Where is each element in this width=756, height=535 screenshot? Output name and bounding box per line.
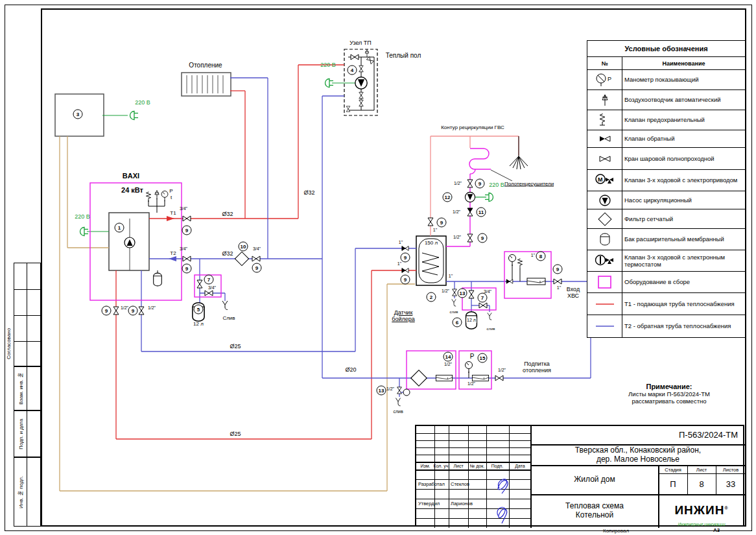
legend-row-name: Клапан 3-х ходовой с электронным термост… (622, 250, 745, 271)
legend-row: Т1 - подающая труба теплоснабжения (587, 293, 745, 315)
legend-col-num: № (587, 57, 622, 69)
check-valve-icon (506, 279, 513, 283)
t1-pipes (116, 65, 416, 439)
ball-valve-icon (113, 307, 119, 315)
ball-valve-icon (428, 218, 433, 226)
legend-title: Условные обозначения (587, 41, 745, 57)
note-title: Примечание: (597, 383, 742, 390)
legend-row-name: Насос циркуляционный (622, 191, 745, 209)
legend-row: Кран шаровой полнопроходной (587, 148, 745, 170)
power-plug-icon (130, 112, 139, 120)
check-valve-icon (467, 208, 473, 216)
legend-row-name: Фильтр сетчатый (622, 209, 745, 228)
radiator (182, 73, 231, 96)
tb-col: Лист (453, 464, 463, 468)
legend-row: МКлапан 3-х ходовой с электроприводом (587, 170, 745, 191)
gauge-icon (161, 191, 168, 201)
ball-valve-icon (183, 256, 191, 261)
expansion-tank-icon (193, 303, 204, 322)
tb-location: Тверская обл., Конаковский район, дер. М… (534, 446, 742, 464)
inline-filter-icon (436, 375, 452, 381)
tank-icon (587, 229, 622, 250)
logo-text: ИНЖИН (674, 503, 724, 517)
tb-list-col: Лист (696, 467, 707, 473)
ball-icon (403, 389, 410, 396)
legend-row-name: Клапан обратный (622, 130, 745, 147)
ball-valve-icon (467, 180, 473, 187)
inline-filter-icon (527, 278, 545, 285)
logo-reg: ® (724, 506, 728, 510)
legend-row: Т2 - обратная труба теплоснабжения (587, 315, 745, 337)
strainer-icon (235, 252, 248, 265)
t1-line-icon (587, 293, 622, 315)
svg-text:М: М (598, 176, 603, 183)
ball-valve-icon (495, 375, 503, 381)
legend-row-name: Бак расширительный мембранный (622, 229, 745, 250)
threeway-motor-icon: М (587, 170, 622, 191)
legend-row: Оборудование в сборе (587, 272, 745, 293)
drain-icon (452, 299, 456, 306)
drawing-sheet: ОтоплениеУзел ТПТеплый полКонтур рецирку… (0, 0, 756, 535)
safety-valve-icon (146, 192, 150, 202)
ball-valve-icon (554, 279, 561, 284)
legend-col-name: Наименование (622, 57, 745, 69)
legend-table: Условные обозначения № Наименование РМан… (587, 40, 746, 338)
dhw-tank (416, 236, 446, 285)
ball-valve-icon (469, 291, 474, 298)
legend-row: Воздухоотводчик автоматический (587, 90, 745, 110)
gauge-icon: Р (587, 70, 622, 89)
check-valve-icon (402, 246, 408, 251)
legend-row: Бак расширительный мембранный (587, 229, 745, 250)
drain-icon (222, 301, 228, 309)
tb-developed-label: Разработал (418, 481, 445, 487)
pump-icon (587, 191, 622, 209)
shower-icon (510, 136, 528, 169)
pump-icon (355, 77, 367, 89)
magenta-box-icon (587, 272, 622, 292)
makeup-filter-box (407, 351, 456, 389)
device-stems (148, 57, 528, 378)
expansion-tank-icon (154, 273, 162, 286)
makeup-meter-box (459, 351, 491, 389)
tb-stage-col: Стадия (665, 467, 681, 473)
drain-icon (488, 313, 491, 320)
tb-object: Жилой дом (574, 475, 615, 484)
signature (486, 470, 510, 527)
tb-col: Изм. (421, 464, 431, 468)
strainer-icon (411, 370, 427, 386)
note-line: рассматривать совместно (597, 398, 742, 405)
note-block: Примечание: Листы марки П-563/2024-ТМ ра… (597, 383, 742, 405)
expansion-tank-icon (466, 312, 477, 329)
legend-row-name: Кран шаровой полнопроходной (622, 148, 745, 169)
tb-col: Подп. (491, 464, 504, 468)
ball-valve-icon (479, 303, 487, 308)
controller-box (55, 94, 104, 136)
company-logo: ИНЖИН® Инженерные инновации (674, 486, 728, 532)
drain-icon (396, 398, 400, 406)
tb-approved-name: Ларионов (451, 501, 473, 506)
power-lines (87, 83, 486, 232)
ball-valve-icon (139, 307, 144, 315)
ball-valve-icon (205, 291, 213, 296)
tb-developed-name: Стеклов (451, 481, 469, 487)
note-line: Листы марки П-563/2024-ТМ (597, 390, 742, 398)
safety-icon (587, 110, 622, 130)
tb-col: Кол. уч. (434, 464, 450, 468)
safety-valve-icon (517, 259, 522, 269)
ball-valve-icon (197, 280, 202, 288)
devices-layer (55, 49, 446, 285)
legend-row-name: Воздухоотводчик автоматический (622, 90, 745, 110)
legend-row-name: Манометр показывающий (622, 70, 745, 89)
svg-text:Р: Р (608, 76, 611, 82)
logo-subtitle: Инженерные инновации (674, 522, 728, 527)
gauge-icon (509, 255, 516, 267)
towel-leader (491, 170, 512, 181)
tb-sheet-name: Тепловая схема Котельной (565, 501, 624, 519)
threeway-thermo-icon (587, 250, 622, 271)
legend-row: Клапан обратный (587, 130, 745, 148)
ball-valve-icon (467, 234, 473, 242)
legend-row: Клапан предохранительный (587, 110, 745, 130)
legend-row-name: Оборудование в сборе (622, 272, 745, 292)
symbols-layer (80, 49, 562, 405)
ball-valve-icon (397, 387, 402, 394)
